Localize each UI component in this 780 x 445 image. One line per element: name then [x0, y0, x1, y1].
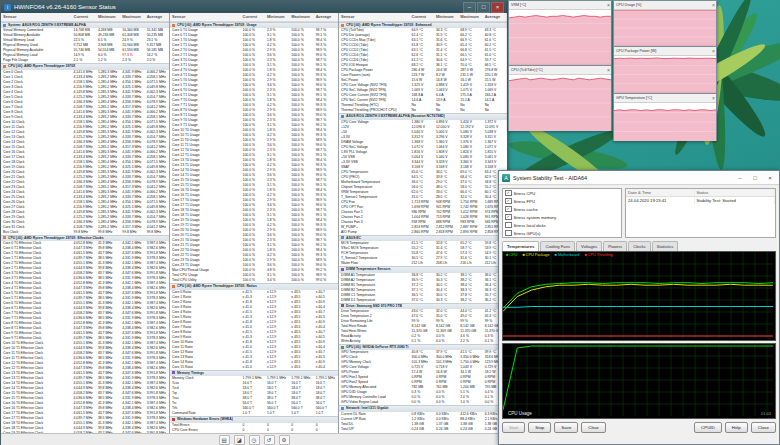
reset-values-icon[interactable]: ↺: [264, 435, 275, 445]
sensor-label: Core 15 Ratio: [170, 365, 241, 370]
close-icon[interactable]: ×: [712, 94, 715, 102]
stress-option[interactable]: ✓Stress cache: [503, 205, 621, 213]
stress-option[interactable]: ✓Stress FPU: [503, 197, 621, 205]
checkbox-icon[interactable]: [505, 230, 512, 237]
hwinfo-graph-window[interactable]: GPU Temperature [°C]×: [613, 93, 717, 141]
tab-voltages[interactable]: Voltages: [576, 241, 602, 251]
sensor-row[interactable]: Write Activity0.1 %0.0 %2.2 %0.1 %: [339, 339, 507, 344]
logging-icon[interactable]: ▤: [219, 435, 230, 445]
sensor-value: 1.2 %: [96, 58, 120, 63]
sensor-section-icon: [341, 346, 344, 349]
stress-option-label: Stress FPU: [514, 199, 535, 204]
log-header-row: Date & TimeStatus: [626, 189, 775, 197]
stress-option-label: Stress system memory: [514, 215, 557, 220]
sensor-value: 99.8 MHz: [72, 230, 96, 235]
tab-cooling-fans[interactable]: Cooling Fans: [540, 241, 575, 251]
close-button[interactable]: ×: [764, 173, 776, 183]
minimize-button[interactable]: –: [463, 2, 476, 13]
sensor-label: Page File Usage: [1, 58, 72, 63]
sensor-row[interactable]: Command Rate1.0 T1.0 T1.0 T1.0 T: [170, 411, 338, 416]
close-button[interactable]: ×: [491, 2, 504, 13]
maximize-button[interactable]: □: [477, 2, 490, 13]
save-button[interactable]: Save: [554, 422, 578, 433]
minimize-button[interactable]: –: [734, 173, 746, 183]
checkbox-icon[interactable]: ✓: [505, 190, 512, 197]
aida-tabs: TemperaturesCooling FansVoltagesPowersCl…: [502, 241, 776, 251]
aida-titlebar[interactable]: A System Stability Test - AIDA64 – □ ×: [499, 171, 779, 185]
sensor-section-icon: [172, 371, 175, 374]
graph-icon[interactable]: ◪: [234, 435, 245, 445]
sensor-value: 1.0 T: [241, 411, 265, 416]
cpuid-button[interactable]: CPUID: [694, 422, 722, 433]
column-header: Sensor: [1, 13, 72, 21]
log-row[interactable]: 24.04.2020 19:23:41Stability Test: Start…: [626, 197, 775, 204]
clear-button[interactable]: Clear: [581, 422, 606, 433]
sensor-section-icon: [3, 65, 6, 68]
sensor-row[interactable]: Total CPU Utility100.0 %3.4 %100.0 %99.0…: [170, 278, 338, 283]
graph-window-title: CPU Usage [%]×: [614, 1, 716, 10]
hwinfo-graph-window[interactable]: CPU (Tctl/Tdie) [°C]×: [508, 65, 612, 131]
sensor-row[interactable]: Core 19 T0 Effective Clock4,058.2 MHz43.…: [1, 431, 169, 433]
sensor-row[interactable]: Water Flow212 L/h208 L/h216 L/h212 L/h: [339, 261, 507, 266]
maximize-button[interactable]: □: [749, 173, 761, 183]
tab-clocks[interactable]: Clocks: [628, 241, 651, 251]
hwinfo-app-icon: i: [4, 4, 11, 11]
column-header-row: SensorCurrentMinimumMaximumAverage: [339, 13, 507, 22]
graph-window-title: CPU Package Power [W]×: [614, 47, 716, 56]
stop-button[interactable]: Stop: [528, 422, 551, 433]
sensor-value: 1.0 T: [289, 411, 313, 416]
sensor-row[interactable]: Thermal Throttling (PROCHOT CPU)NoNoNoNo: [339, 108, 507, 113]
close-icon[interactable]: ×: [712, 1, 715, 9]
sensor-value: x 41.0: [241, 365, 265, 370]
stress-option[interactable]: Stress GPU(s): [503, 229, 621, 237]
legend-item: ■ CPU Throttling: [584, 253, 612, 257]
settings-gear-icon[interactable]: ⚙: [279, 435, 290, 445]
checkbox-icon[interactable]: ✓: [505, 198, 512, 205]
sensor-value: 208 L/h: [434, 261, 458, 266]
sensor-section-icon: [3, 24, 6, 27]
column-header: Maximum: [458, 13, 482, 21]
sensor-row[interactable]: GPU Video Engine Load0.0 %0.0 %1.0 %0.0 …: [339, 400, 507, 405]
sensor-value: 2.1 %: [72, 58, 96, 63]
tab-statistics[interactable]: Statistics: [652, 241, 679, 251]
sensor-row[interactable]: Core 15 Ratiox 41.0x 12.9x 43.5x 40.4: [170, 365, 338, 370]
start-button[interactable]: Start: [502, 422, 525, 433]
sensor-value: 0.0 %: [434, 400, 458, 405]
graph-window-title: CPU (Tctl/Tdie) [°C]×: [509, 66, 611, 75]
help-button[interactable]: Help: [725, 422, 748, 433]
tab-powers[interactable]: Powers: [603, 241, 627, 251]
checkbox-icon[interactable]: ✓: [505, 214, 512, 221]
tab-temperatures[interactable]: Temperatures: [502, 241, 539, 251]
stress-option[interactable]: ✓Stress system memory: [503, 213, 621, 221]
close-icon[interactable]: ×: [607, 66, 610, 74]
checkbox-icon[interactable]: ✓: [505, 206, 512, 213]
clock-icon[interactable]: ◷: [249, 435, 260, 445]
sensor-label: Total CPU Utility: [170, 278, 241, 283]
column-header: Minimum: [96, 13, 120, 21]
stress-option[interactable]: ✓Stress CPU: [503, 189, 621, 197]
close-button[interactable]: Close: [751, 422, 776, 433]
hwinfo-graph-window[interactable]: VRM [°C]×: [508, 0, 612, 65]
graph-window-title: VRM [°C]×: [509, 1, 611, 10]
sensor-row[interactable]: Page File Usage2.1 %1.2 %2.3 %2.0 %: [1, 58, 169, 63]
sensor-value: 2.2 %: [458, 339, 482, 344]
close-icon[interactable]: ×: [712, 47, 715, 55]
sensor-value: 99.8 MHz: [120, 230, 144, 235]
sensor-value: No: [434, 108, 458, 113]
sensor-value: 2.3 %: [120, 58, 144, 63]
hwinfo-window-title: HWiNFO64 v6.26-4160 Sensor Status: [14, 4, 460, 10]
stress-option[interactable]: Stress local disks: [503, 221, 621, 229]
sensor-section-icon: [341, 24, 344, 27]
close-icon[interactable]: ×: [607, 1, 610, 9]
stress-option-label: Stress GPU(s): [514, 231, 541, 236]
hwinfo-graph-window[interactable]: CPU Usage [%]×: [613, 0, 717, 46]
sensor-value: 3.4 %: [265, 278, 289, 283]
sensor-value: 0.24 GB: [458, 427, 482, 432]
hwinfo-titlebar[interactable]: i HWiNFO64 v6.26-4160 Sensor Status – □ …: [1, 1, 507, 13]
sensor-row[interactable]: Total UP0.24 GB0.24 GB0.24 GB0.24 GB: [339, 427, 507, 432]
sensor-row[interactable]: DIMM D1 Temperature37.0 °C30.3 °C38.2 °C…: [339, 298, 507, 303]
sensor-row[interactable]: AIO Pump2,860 RPM2,818 RPM2,893 RPM2,858…: [339, 230, 507, 235]
checkbox-icon[interactable]: [505, 222, 512, 229]
sensor-row[interactable]: Bus Clock99.8 MHz99.8 MHz99.8 MHz99.8 MH…: [1, 230, 169, 235]
hwinfo-graph-window[interactable]: CPU Package Power [W]×: [613, 46, 717, 93]
